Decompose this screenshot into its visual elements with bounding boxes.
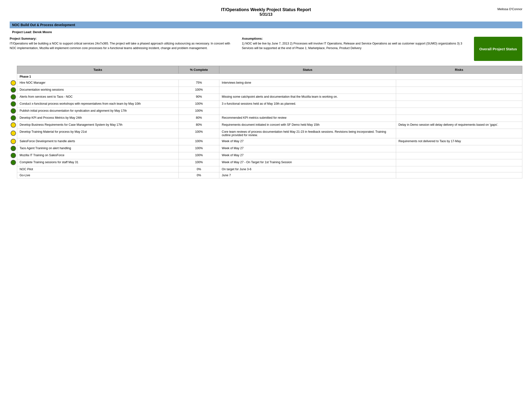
pct-cell: 100%	[179, 138, 219, 145]
pct-cell: 100%	[179, 129, 219, 138]
table-row: Phase 1	[10, 74, 522, 80]
author-label: Melissa O'Connor	[497, 7, 522, 11]
risks-cell	[396, 87, 522, 94]
col-header-pct: % Complete	[179, 66, 219, 74]
task-cell: Conduct x-functional process workshops w…	[17, 101, 179, 108]
task-cell: Go-Live	[17, 172, 179, 178]
summary-left-heading: Project Summary:	[10, 37, 237, 40]
pct-cell: 0%	[179, 172, 219, 178]
risks-cell	[396, 80, 522, 87]
table-row: Develop Business Requirements for Case M…	[10, 122, 522, 129]
green-indicator	[11, 101, 16, 107]
summary-right-text: 1) NOC will be live by June 7, 2013 2) P…	[242, 41, 469, 51]
pct-cell: 100%	[179, 159, 219, 166]
project-title: NOC Build Out & Process development	[12, 23, 75, 27]
pct-cell: 100%	[179, 87, 219, 94]
col-header-risks: Risks	[396, 66, 522, 74]
yellow-indicator	[11, 122, 16, 128]
green-indicator	[11, 94, 16, 100]
green-indicator	[11, 153, 16, 158]
table-row: Alerts from services sent to Taos - NOC …	[10, 94, 522, 101]
task-cell: Develop KPI and Process Metrics by May 2…	[17, 115, 179, 122]
table-row: Taos Agent Tranining on alert handling 1…	[10, 145, 522, 152]
summary-left: Project Summary: IT/Operations will be b…	[10, 37, 237, 61]
green-indicator	[11, 115, 16, 121]
overall-status-label: Overall Project Status	[479, 47, 517, 51]
pct-cell: 90%	[179, 94, 219, 101]
overall-status-box: Overall Project Status	[474, 37, 522, 61]
status-cell: Week of May 27	[219, 152, 396, 159]
risks-cell: Requirements not delivered to Taos by 17…	[396, 138, 522, 145]
risks-cell	[396, 166, 522, 172]
summary-right-heading: Assumptions:	[242, 37, 469, 40]
green-indicator	[11, 160, 16, 165]
table-row: Publish initial process documentation fo…	[10, 108, 522, 115]
report-date: 5/31/13	[10, 12, 522, 17]
report-title: IT/Operations Weekly Project Status Repo…	[10, 7, 522, 12]
task-cell: Documentation working sessions	[17, 87, 179, 94]
risks-cell	[396, 172, 522, 178]
pct-cell: 100%	[179, 152, 219, 159]
status-cell: Week of May 27 - On Target for 1st Train…	[219, 159, 396, 166]
project-title-bar: NOC Build Out & Process development	[10, 21, 522, 28]
project-lead: Project Lead: Derek Moore	[10, 29, 522, 37]
status-cell: Week of May 27	[219, 145, 396, 152]
status-cell: 3 x-functional sessions held as of May 1…	[219, 101, 396, 108]
table-row: NOC Pilot 0% On target for June 3-6	[10, 166, 522, 172]
risks-cell	[396, 129, 522, 138]
table-row: Develop KPI and Process Metrics by May 2…	[10, 115, 522, 122]
pct-cell: 100%	[179, 145, 219, 152]
risks-cell	[396, 145, 522, 152]
status-cell: Interviews being done	[219, 80, 396, 87]
yellow-indicator	[11, 131, 16, 136]
table-row: Mozilla IT Training on SalesForce 100% W…	[10, 152, 522, 159]
pct-cell: 100%	[179, 101, 219, 108]
page-header: Melissa O'Connor IT/Operations Weekly Pr…	[10, 7, 522, 17]
task-cell: Hire NOC Manager	[17, 80, 179, 87]
col-header-status: Status	[219, 66, 396, 74]
project-lead-name: Derek Moore	[33, 30, 52, 34]
pct-cell: 100%	[179, 108, 219, 115]
green-indicator	[11, 87, 16, 93]
table-row: Conduct x-functional process workshops w…	[10, 101, 522, 108]
status-cell: Recommended KPI metrics submitted for re…	[219, 115, 396, 122]
status-cell: Requirements document initiated in conce…	[219, 122, 396, 129]
task-cell: Complete Training sessions for staff May…	[17, 159, 179, 166]
status-cell: Week of May 27	[219, 138, 396, 145]
status-cell: June 7	[219, 172, 396, 178]
risks-cell	[396, 152, 522, 159]
status-cell	[219, 108, 396, 115]
status-cell: On target for June 3-6	[219, 166, 396, 172]
table-row: Hire NOC Manager 75% Interviews being do…	[10, 80, 522, 87]
yellow-indicator	[11, 139, 16, 144]
task-cell: Taos Agent Tranining on alert handling	[17, 145, 179, 152]
pct-cell: 80%	[179, 122, 219, 129]
task-cell: Mozilla IT Training on SalesForce	[17, 152, 179, 159]
yellow-indicator	[11, 80, 16, 86]
status-table: Tasks % Complete Status Risks Phase 1 Hi…	[10, 66, 522, 178]
risks-cell	[396, 108, 522, 115]
summary-left-text: IT/Operations will be building a NOC to …	[10, 41, 237, 51]
pct-cell: 0%	[179, 166, 219, 172]
risks-cell: Delay in Demo session will delay deliver…	[396, 122, 522, 129]
task-cell: Develop Training Material for process by…	[17, 129, 179, 138]
pct-cell: 80%	[179, 115, 219, 122]
risks-cell	[396, 101, 522, 108]
status-cell: Core team reviews of process documentati…	[219, 129, 396, 138]
col-header-tasks: Tasks	[17, 66, 179, 74]
table-row: Complete Training sessions for staff May…	[10, 159, 522, 166]
green-indicator	[11, 108, 16, 114]
risks-cell	[396, 94, 522, 101]
table-row: SalesForce Development to handle alerts …	[10, 138, 522, 145]
task-cell: Alerts from services sent to Taos - NOC	[17, 94, 179, 101]
risks-cell	[396, 115, 522, 122]
summary-section: Project Summary: IT/Operations will be b…	[10, 37, 522, 61]
task-cell: NOC Pilot	[17, 166, 179, 172]
task-cell: Develop Business Requirements for Case M…	[17, 122, 179, 129]
table-row: Go-Live 0% June 7	[10, 172, 522, 178]
risks-cell	[396, 159, 522, 166]
status-cell: Missing some catchpoint alerts and docum…	[219, 94, 396, 101]
project-lead-label: Project Lead:	[12, 30, 32, 34]
task-cell: SalesForce Development to handle alerts	[17, 138, 179, 145]
pct-cell: 75%	[179, 80, 219, 87]
